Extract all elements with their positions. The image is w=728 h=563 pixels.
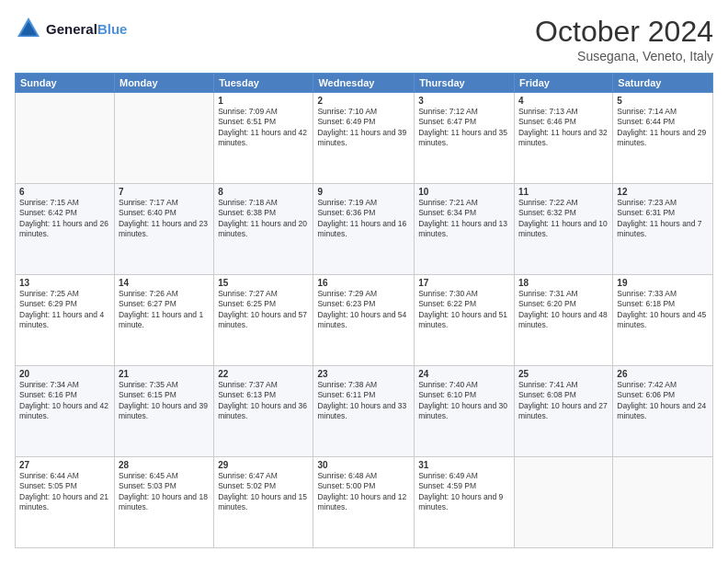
calendar-cell: 10Sunrise: 7:21 AM Sunset: 6:34 PM Dayli… <box>415 184 515 275</box>
calendar-cell: 9Sunrise: 7:19 AM Sunset: 6:36 PM Daylig… <box>313 184 415 275</box>
calendar-cell: 7Sunrise: 7:17 AM Sunset: 6:40 PM Daylig… <box>114 184 213 275</box>
weekday-header-friday: Friday <box>514 74 612 93</box>
calendar-subtitle: Susegana, Veneto, Italy <box>535 49 713 63</box>
cell-text: Sunrise: 7:14 AM Sunset: 6:44 PM Dayligh… <box>617 107 709 149</box>
calendar-page: GeneralBlue October 2024 Susegana, Venet… <box>0 0 728 563</box>
day-number: 26 <box>617 369 709 379</box>
calendar-week-2: 6Sunrise: 7:15 AM Sunset: 6:42 PM Daylig… <box>16 184 713 275</box>
day-number: 7 <box>119 187 210 197</box>
cell-text: Sunrise: 7:25 AM Sunset: 6:29 PM Dayligh… <box>19 289 110 331</box>
calendar-cell: 28Sunrise: 6:45 AM Sunset: 5:03 PM Dayli… <box>114 457 213 548</box>
calendar-cell: 8Sunrise: 7:18 AM Sunset: 6:38 PM Daylig… <box>214 184 313 275</box>
cell-text: Sunrise: 7:37 AM Sunset: 6:13 PM Dayligh… <box>218 380 309 422</box>
calendar-cell: 26Sunrise: 7:42 AM Sunset: 6:06 PM Dayli… <box>613 366 713 457</box>
day-number: 19 <box>617 278 709 288</box>
calendar-cell <box>514 457 612 548</box>
calendar-cell: 4Sunrise: 7:13 AM Sunset: 6:46 PM Daylig… <box>514 93 612 184</box>
day-number: 11 <box>518 187 609 197</box>
day-number: 6 <box>19 187 110 197</box>
weekday-header-thursday: Thursday <box>415 74 515 93</box>
cell-text: Sunrise: 7:31 AM Sunset: 6:20 PM Dayligh… <box>518 289 609 331</box>
day-number: 27 <box>19 460 110 470</box>
day-number: 5 <box>617 96 709 106</box>
day-number: 18 <box>518 278 609 288</box>
day-number: 13 <box>19 278 110 288</box>
day-number: 2 <box>317 96 410 106</box>
day-number: 4 <box>518 96 609 106</box>
calendar-cell: 15Sunrise: 7:27 AM Sunset: 6:25 PM Dayli… <box>214 275 313 366</box>
calendar-cell: 19Sunrise: 7:33 AM Sunset: 6:18 PM Dayli… <box>613 275 713 366</box>
cell-text: Sunrise: 6:49 AM Sunset: 4:59 PM Dayligh… <box>418 471 510 513</box>
calendar-cell: 30Sunrise: 6:48 AM Sunset: 5:00 PM Dayli… <box>313 457 415 548</box>
header: GeneralBlue October 2024 Susegana, Venet… <box>15 15 713 63</box>
day-number: 30 <box>317 460 410 470</box>
cell-text: Sunrise: 6:45 AM Sunset: 5:03 PM Dayligh… <box>119 471 210 513</box>
calendar-cell: 3Sunrise: 7:12 AM Sunset: 6:47 PM Daylig… <box>415 93 515 184</box>
calendar-cell: 6Sunrise: 7:15 AM Sunset: 6:42 PM Daylig… <box>16 184 115 275</box>
cell-text: Sunrise: 7:35 AM Sunset: 6:15 PM Dayligh… <box>119 380 210 422</box>
calendar-cell: 24Sunrise: 7:40 AM Sunset: 6:10 PM Dayli… <box>415 366 515 457</box>
calendar-cell: 20Sunrise: 7:34 AM Sunset: 6:16 PM Dayli… <box>16 366 115 457</box>
calendar-cell: 17Sunrise: 7:30 AM Sunset: 6:22 PM Dayli… <box>415 275 515 366</box>
day-number: 16 <box>317 278 410 288</box>
calendar-title: October 2024 <box>535 15 713 49</box>
calendar-cell: 1Sunrise: 7:09 AM Sunset: 6:51 PM Daylig… <box>214 93 313 184</box>
weekday-header-monday: Monday <box>114 74 213 93</box>
day-number: 25 <box>518 369 609 379</box>
cell-text: Sunrise: 7:21 AM Sunset: 6:34 PM Dayligh… <box>418 198 510 240</box>
calendar-cell <box>114 93 213 184</box>
calendar-cell: 29Sunrise: 6:47 AM Sunset: 5:02 PM Dayli… <box>214 457 313 548</box>
cell-text: Sunrise: 7:34 AM Sunset: 6:16 PM Dayligh… <box>19 380 110 422</box>
logo: GeneralBlue <box>15 15 127 42</box>
cell-text: Sunrise: 7:40 AM Sunset: 6:10 PM Dayligh… <box>418 380 510 422</box>
weekday-header-sunday: Sunday <box>16 74 115 93</box>
calendar-week-3: 13Sunrise: 7:25 AM Sunset: 6:29 PM Dayli… <box>16 275 713 366</box>
day-number: 29 <box>218 460 309 470</box>
day-number: 1 <box>218 96 309 106</box>
calendar-cell: 22Sunrise: 7:37 AM Sunset: 6:13 PM Dayli… <box>214 366 313 457</box>
cell-text: Sunrise: 7:22 AM Sunset: 6:32 PM Dayligh… <box>518 198 609 240</box>
day-number: 8 <box>218 187 309 197</box>
calendar-cell: 21Sunrise: 7:35 AM Sunset: 6:15 PM Dayli… <box>114 366 213 457</box>
calendar-week-5: 27Sunrise: 6:44 AM Sunset: 5:05 PM Dayli… <box>16 457 713 548</box>
cell-text: Sunrise: 7:27 AM Sunset: 6:25 PM Dayligh… <box>218 289 309 331</box>
cell-text: Sunrise: 7:23 AM Sunset: 6:31 PM Dayligh… <box>617 198 709 240</box>
calendar-cell: 31Sunrise: 6:49 AM Sunset: 4:59 PM Dayli… <box>415 457 515 548</box>
day-number: 12 <box>617 187 709 197</box>
day-number: 15 <box>218 278 309 288</box>
day-number: 10 <box>418 187 510 197</box>
day-number: 20 <box>19 369 110 379</box>
cell-text: Sunrise: 7:12 AM Sunset: 6:47 PM Dayligh… <box>418 107 510 149</box>
weekday-header-wednesday: Wednesday <box>313 74 415 93</box>
calendar-cell: 25Sunrise: 7:41 AM Sunset: 6:08 PM Dayli… <box>514 366 612 457</box>
calendar-table: SundayMondayTuesdayWednesdayThursdayFrid… <box>15 73 713 548</box>
cell-text: Sunrise: 7:42 AM Sunset: 6:06 PM Dayligh… <box>617 380 709 422</box>
day-number: 24 <box>418 369 510 379</box>
cell-text: Sunrise: 7:10 AM Sunset: 6:49 PM Dayligh… <box>317 107 410 149</box>
cell-text: Sunrise: 7:29 AM Sunset: 6:23 PM Dayligh… <box>317 289 410 331</box>
cell-text: Sunrise: 7:41 AM Sunset: 6:08 PM Dayligh… <box>518 380 609 422</box>
cell-text: Sunrise: 7:09 AM Sunset: 6:51 PM Dayligh… <box>218 107 309 149</box>
weekday-header-tuesday: Tuesday <box>214 74 313 93</box>
calendar-cell: 5Sunrise: 7:14 AM Sunset: 6:44 PM Daylig… <box>613 93 713 184</box>
title-block: October 2024 Susegana, Veneto, Italy <box>535 15 713 63</box>
cell-text: Sunrise: 6:47 AM Sunset: 5:02 PM Dayligh… <box>218 471 309 513</box>
calendar-cell: 18Sunrise: 7:31 AM Sunset: 6:20 PM Dayli… <box>514 275 612 366</box>
cell-text: Sunrise: 7:17 AM Sunset: 6:40 PM Dayligh… <box>119 198 210 240</box>
cell-text: Sunrise: 7:38 AM Sunset: 6:11 PM Dayligh… <box>317 380 410 422</box>
day-number: 14 <box>119 278 210 288</box>
calendar-week-1: 1Sunrise: 7:09 AM Sunset: 6:51 PM Daylig… <box>16 93 713 184</box>
day-number: 31 <box>418 460 510 470</box>
weekday-header-row: SundayMondayTuesdayWednesdayThursdayFrid… <box>16 74 713 93</box>
cell-text: Sunrise: 6:44 AM Sunset: 5:05 PM Dayligh… <box>19 471 110 513</box>
cell-text: Sunrise: 7:30 AM Sunset: 6:22 PM Dayligh… <box>418 289 510 331</box>
cell-text: Sunrise: 7:33 AM Sunset: 6:18 PM Dayligh… <box>617 289 709 331</box>
cell-text: Sunrise: 7:19 AM Sunset: 6:36 PM Dayligh… <box>317 198 410 240</box>
calendar-cell <box>16 93 115 184</box>
cell-text: Sunrise: 6:48 AM Sunset: 5:00 PM Dayligh… <box>317 471 410 513</box>
calendar-cell <box>613 457 713 548</box>
day-number: 23 <box>317 369 410 379</box>
calendar-cell: 13Sunrise: 7:25 AM Sunset: 6:29 PM Dayli… <box>16 275 115 366</box>
calendar-cell: 16Sunrise: 7:29 AM Sunset: 6:23 PM Dayli… <box>313 275 415 366</box>
weekday-header-saturday: Saturday <box>613 74 713 93</box>
